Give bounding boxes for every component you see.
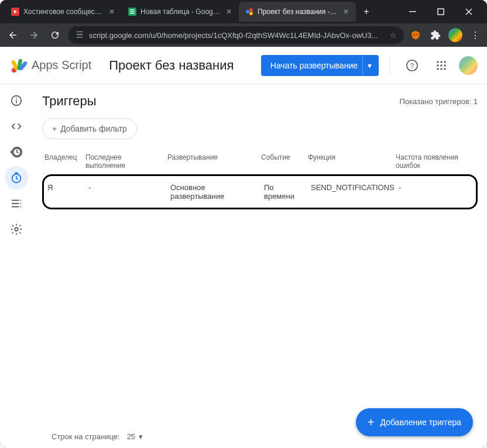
plus-icon: + (52, 124, 57, 133)
svg-text:?: ? (410, 61, 414, 70)
browser-address-bar: script.google.com/u/0/home/projects/1cQX… (0, 23, 487, 47)
svg-point-23 (444, 64, 446, 67)
user-avatar[interactable] (459, 56, 478, 75)
sidebar (0, 84, 33, 448)
svg-point-28 (16, 98, 17, 99)
app-header: Apps Script Проект без названия Начать р… (0, 47, 487, 84)
close-icon[interactable]: ✕ (225, 8, 233, 16)
app-logo-text: Apps Script (32, 58, 91, 72)
browser-titlebar: Хостинговое сообщество ✕ Новая таблица -… (0, 0, 487, 23)
url-text: script.google.com/u/0/home/projects/1cQX… (89, 31, 385, 40)
rows-value: 25 (127, 432, 135, 441)
sidebar-triggers[interactable] (5, 166, 28, 189)
divider (389, 56, 390, 75)
add-filter-button[interactable]: + Добавить фильтр (42, 118, 137, 139)
extensions-icon[interactable] (428, 28, 443, 42)
help-button[interactable]: ? (400, 54, 424, 77)
nav-back-button[interactable] (5, 27, 21, 43)
svg-point-31 (15, 228, 18, 231)
new-tab-button[interactable]: + (358, 4, 375, 20)
cell-event: По времени (262, 183, 308, 201)
dropdown-arrow-icon: ▾ (139, 432, 143, 441)
svg-rect-9 (438, 9, 444, 15)
browser-tab-active[interactable]: Проект без названия - Три ✕ (239, 2, 356, 22)
nav-reload-button[interactable] (47, 27, 63, 43)
svg-rect-2 (130, 9, 135, 11)
browser-menu-icon[interactable]: ⋮ (468, 28, 482, 42)
svg-point-11 (416, 34, 417, 35)
sidebar-editor[interactable] (5, 115, 28, 138)
close-icon[interactable]: ✕ (342, 8, 350, 16)
project-title[interactable]: Проект без названия (109, 58, 234, 73)
tab-title: Новая таблица - Google Т (140, 8, 221, 16)
tab-favicon-icon (128, 7, 137, 16)
cell-last-run: - (86, 183, 168, 201)
cell-deployment: Основное развертывание (168, 183, 262, 201)
table-row[interactable]: Я - Основное развертывание По времени SE… (45, 177, 475, 206)
sidebar-overview[interactable] (5, 89, 28, 112)
browser-tab[interactable]: Хостинговое сообщество ✕ (5, 2, 122, 22)
dropdown-arrow-icon: ▾ (362, 55, 372, 76)
rows-per-page-select[interactable]: 25 ▾ (127, 432, 143, 441)
apps-grid-button[interactable] (430, 54, 453, 77)
close-icon[interactable]: ✕ (108, 8, 116, 16)
extension-icon[interactable] (409, 28, 423, 42)
page-title: Триггеры (42, 94, 97, 109)
svg-point-6 (249, 8, 253, 12)
browser-profile-icon[interactable] (448, 28, 462, 42)
apps-script-logo[interactable]: Apps Script (9, 56, 91, 75)
svg-rect-8 (409, 11, 416, 12)
cell-error-rate: - (396, 183, 487, 201)
highlighted-row-frame: Я - Основное развертывание По времени SE… (42, 174, 478, 209)
col-function: Функция (306, 153, 393, 170)
tab-favicon-icon (11, 7, 20, 16)
sidebar-history[interactable] (5, 140, 28, 164)
triggers-count: Показано триггеров: 1 (399, 97, 478, 106)
apps-script-logo-icon (9, 56, 28, 75)
site-settings-icon[interactable] (75, 30, 84, 41)
deploy-button[interactable]: Начать развертывание ▾ (261, 55, 379, 76)
col-error-rate: Частота появления ошибок (393, 153, 487, 170)
table-header: Владелец Последнее выполнение Развертыва… (42, 149, 485, 174)
tab-title: Хостинговое сообщество (23, 8, 104, 16)
svg-point-10 (414, 34, 415, 35)
col-event: Событие (259, 153, 306, 170)
filter-label: Добавить фильтр (60, 124, 127, 133)
svg-point-25 (440, 68, 443, 70)
svg-point-22 (440, 64, 443, 67)
rows-per-page-label: Строк на странице: (52, 432, 120, 441)
svg-rect-4 (130, 13, 135, 14)
svg-rect-29 (16, 100, 17, 104)
svg-point-7 (249, 12, 253, 15)
svg-point-19 (440, 61, 443, 63)
col-owner: Владелец (42, 153, 83, 170)
nav-forward-button[interactable] (26, 27, 42, 43)
tab-title: Проект без названия - Три (258, 8, 338, 16)
svg-point-21 (437, 64, 439, 67)
add-trigger-button[interactable]: + Добавление триггера (356, 408, 473, 436)
browser-tab[interactable]: Новая таблица - Google Т ✕ (122, 2, 239, 22)
col-last-run: Последнее выполнение (83, 153, 165, 170)
cell-function: SEND_NOTIFICATIONS (308, 183, 396, 201)
fab-label: Добавление триггера (380, 418, 462, 427)
svg-point-26 (444, 68, 446, 70)
cell-owner: Я (45, 183, 86, 201)
sidebar-settings[interactable] (5, 218, 28, 241)
sidebar-executions[interactable] (5, 192, 28, 215)
plus-icon: + (368, 416, 375, 429)
star-icon[interactable]: ☆ (390, 31, 397, 40)
svg-point-18 (437, 61, 439, 63)
maximize-button[interactable] (427, 2, 454, 21)
svg-point-5 (246, 10, 249, 13)
minimize-button[interactable] (399, 2, 426, 21)
url-box[interactable]: script.google.com/u/0/home/projects/1cQX… (68, 26, 404, 44)
svg-point-20 (444, 61, 446, 63)
tab-favicon-icon (245, 7, 254, 16)
svg-rect-3 (130, 11, 135, 12)
close-window-button[interactable] (455, 2, 482, 21)
col-deployment: Развертывание (165, 153, 259, 170)
svg-point-24 (437, 68, 439, 70)
deploy-label: Начать развертывание (270, 61, 358, 70)
